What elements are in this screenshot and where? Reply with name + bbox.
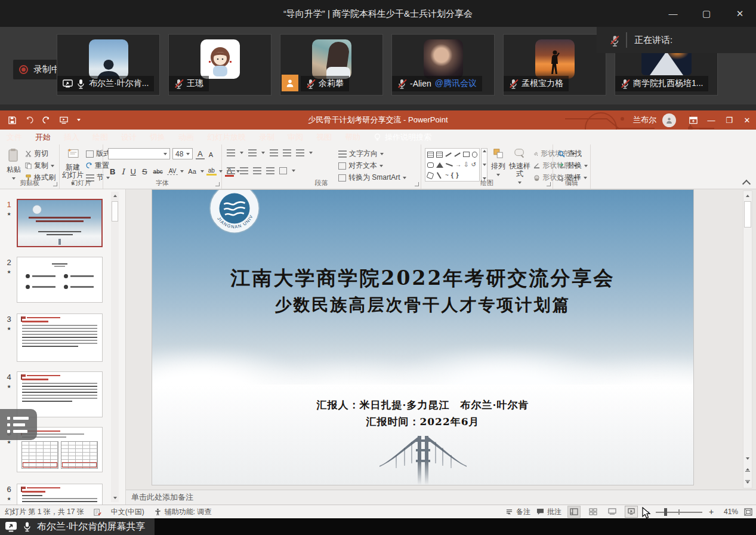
slide-1-thumbnail[interactable] bbox=[17, 199, 103, 247]
slide-sorter-view-button[interactable] bbox=[587, 506, 600, 518]
notes-pane[interactable]: 单击此处添加备注 bbox=[126, 490, 756, 505]
zoom-slider[interactable] bbox=[656, 506, 702, 518]
align-left-icon[interactable] bbox=[227, 167, 235, 174]
tab-record[interactable]: 录制 bbox=[252, 130, 281, 144]
slide-number: 6★ bbox=[4, 485, 14, 502]
tab-home[interactable]: 开始 bbox=[29, 130, 57, 144]
font-size-combobox[interactable]: 48 bbox=[172, 148, 193, 159]
account-name[interactable]: 兰布尔 bbox=[633, 115, 656, 125]
shape-gallery[interactable]: →⇩↺ ~{} bbox=[425, 148, 480, 182]
tab-design[interactable]: 设计 bbox=[115, 130, 143, 144]
font-name-combobox[interactable] bbox=[108, 148, 170, 159]
meeting-maximize-button[interactable]: ▢ bbox=[699, 6, 714, 21]
font-dialog-launcher[interactable] bbox=[215, 182, 220, 186]
italic-button[interactable]: I bbox=[119, 167, 126, 176]
strikethrough-button[interactable]: S bbox=[140, 167, 149, 176]
video-tile[interactable]: 王璁 bbox=[168, 34, 271, 96]
line-spacing-icon[interactable] bbox=[296, 149, 304, 156]
slide-2-thumbnail[interactable] bbox=[17, 257, 103, 303]
tab-animations[interactable]: 动画 bbox=[172, 130, 200, 144]
copy-button[interactable]: 复制 bbox=[25, 161, 54, 171]
account-avatar[interactable] bbox=[662, 113, 676, 127]
paragraph-dialog-launcher[interactable] bbox=[415, 182, 419, 186]
find-button[interactable]: 查找 bbox=[558, 149, 582, 159]
notes-toggle-button[interactable]: 备注 bbox=[505, 507, 530, 517]
highlight-color-button[interactable]: ab bbox=[206, 167, 217, 176]
zoom-slider-thumb[interactable] bbox=[664, 508, 667, 516]
spell-check-icon[interactable] bbox=[94, 508, 101, 516]
bullets-icon[interactable] bbox=[227, 149, 235, 156]
underline-button[interactable]: U bbox=[129, 167, 138, 176]
save-icon[interactable] bbox=[8, 116, 16, 124]
scroll-up-icon bbox=[111, 192, 119, 200]
mini-table bbox=[21, 441, 58, 469]
video-tile[interactable]: 孟根宝力格 bbox=[503, 34, 606, 96]
align-text-button[interactable]: 对齐文本 bbox=[338, 161, 383, 171]
grow-font-button[interactable]: A bbox=[196, 149, 205, 159]
text-direction-button[interactable]: 文字方向 bbox=[338, 149, 384, 159]
slide-canvas[interactable]: JIANGNAN UNIVERSITY 江南大学商学院2022年考研交流分享会 … bbox=[126, 189, 756, 490]
next-slide-button[interactable] bbox=[743, 477, 752, 487]
current-slide[interactable]: JIANGNAN UNIVERSITY 江南大学商学院2022年考研交流分享会 … bbox=[152, 190, 693, 485]
align-center-icon[interactable] bbox=[240, 167, 248, 174]
video-tile[interactable]: -Alien@腾讯会议 bbox=[391, 34, 495, 96]
meeting-minimize-button[interactable]: — bbox=[665, 6, 681, 21]
tab-help[interactable]: 帮助 bbox=[338, 130, 367, 144]
numbering-icon[interactable] bbox=[248, 149, 257, 156]
ppt-restore-button[interactable]: ❐ bbox=[720, 110, 738, 130]
thumbnail-scrollbar[interactable] bbox=[111, 192, 119, 502]
normal-view-button[interactable] bbox=[567, 506, 581, 518]
comments-toggle-button[interactable]: 批注 bbox=[536, 507, 561, 517]
ppt-minimize-button[interactable]: — bbox=[702, 110, 720, 130]
tab-slideshow[interactable]: 幻灯片放映 bbox=[200, 130, 252, 144]
justify-icon[interactable] bbox=[266, 167, 274, 174]
increase-indent-icon[interactable] bbox=[283, 149, 291, 156]
fit-slide-to-window-icon[interactable] bbox=[744, 508, 752, 516]
tab-draw[interactable]: 绘图 bbox=[86, 130, 115, 144]
drawing-dialog-launcher[interactable] bbox=[547, 182, 551, 186]
previous-slide-button[interactable] bbox=[743, 465, 752, 475]
tab-transitions[interactable]: 切换 bbox=[143, 130, 172, 144]
bold-button[interactable]: B bbox=[108, 167, 117, 176]
tab-view[interactable]: 视图 bbox=[310, 130, 338, 144]
arrange-button[interactable]: 排列 bbox=[489, 148, 507, 178]
slide-scrollbar[interactable] bbox=[743, 190, 752, 488]
text-shadow-button[interactable]: abc bbox=[152, 168, 165, 175]
video-tile[interactable]: 余莉攀 bbox=[280, 34, 383, 96]
video-tile[interactable]: 布尔兰·叶尔肯... bbox=[57, 34, 160, 96]
zoom-level[interactable]: 41% bbox=[720, 508, 738, 516]
replace-button[interactable]: 替换 bbox=[558, 161, 588, 171]
change-case-button[interactable]: Aa bbox=[186, 168, 198, 175]
avatar bbox=[424, 39, 463, 79]
decrease-indent-icon[interactable] bbox=[270, 149, 278, 156]
align-right-icon[interactable] bbox=[253, 167, 261, 174]
tab-insert[interactable]: 插入 bbox=[57, 130, 86, 144]
slide-3-thumbnail[interactable] bbox=[17, 313, 103, 362]
paste-button[interactable]: 粘贴 bbox=[4, 148, 24, 182]
language-indicator[interactable]: 中文(中国) bbox=[111, 507, 144, 517]
reading-view-button[interactable] bbox=[606, 506, 619, 518]
shape-gallery-scroll[interactable] bbox=[481, 148, 487, 182]
meeting-floating-panel-button[interactable] bbox=[0, 409, 37, 440]
tab-review[interactable]: 审阅 bbox=[281, 130, 310, 144]
columns-icon[interactable] bbox=[279, 167, 287, 174]
ppt-close-button[interactable]: ✕ bbox=[738, 110, 756, 130]
start-slideshow-icon[interactable] bbox=[60, 116, 68, 124]
tell-me-search[interactable]: 操作说明搜索 bbox=[374, 130, 431, 144]
meeting-close-button[interactable]: ✕ bbox=[732, 6, 748, 21]
tab-file[interactable]: 文件 bbox=[0, 130, 29, 144]
group-label: 编辑 bbox=[553, 179, 590, 187]
slideshow-view-button[interactable] bbox=[625, 506, 638, 518]
undo-icon[interactable] bbox=[25, 116, 33, 124]
slide-number: 3★ bbox=[4, 315, 14, 331]
qat-customize-icon[interactable] bbox=[77, 119, 81, 121]
shrink-font-button[interactable]: A bbox=[207, 151, 215, 158]
ribbon-display-options-icon[interactable] bbox=[684, 110, 702, 130]
slide-6-thumbnail[interactable] bbox=[17, 484, 103, 505]
cut-button[interactable]: 剪切 bbox=[25, 149, 48, 159]
redo-icon[interactable] bbox=[42, 116, 51, 124]
character-spacing-button[interactable]: AV bbox=[167, 168, 178, 175]
clipboard-dialog-launcher[interactable] bbox=[53, 182, 57, 186]
zoom-in-button[interactable]: + bbox=[708, 507, 714, 516]
accessibility-status[interactable]: 辅助功能: 调查 bbox=[154, 507, 212, 517]
